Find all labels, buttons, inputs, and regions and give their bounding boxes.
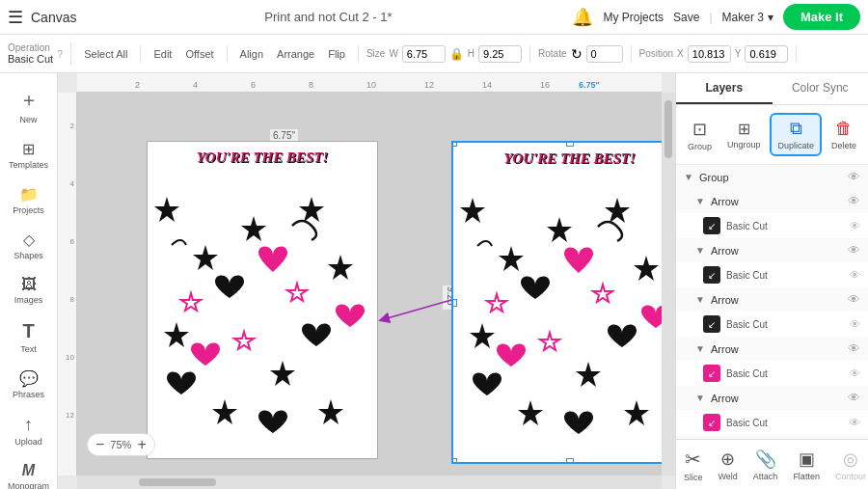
arrow2-eye-icon[interactable]: 👁	[848, 243, 860, 258]
sidebar-item-text[interactable]: T Text	[4, 314, 54, 360]
select-all-button[interactable]: Select All	[79, 45, 132, 63]
canvas-content[interactable]: 6.75" 9.25" YOU'RE THE BEST!	[77, 93, 662, 475]
group-eye-icon[interactable]: 👁	[848, 170, 860, 184]
group-button[interactable]: ⊡ Group	[682, 115, 718, 155]
operation-help-icon[interactable]: ?	[57, 48, 63, 60]
arrow3-eye-icon[interactable]: 👁	[848, 292, 860, 307]
size-h-input[interactable]	[478, 45, 522, 63]
ungroup-button[interactable]: ⊞ Ungroup	[721, 116, 767, 153]
arrow5-child-eye[interactable]: 👁	[850, 417, 860, 428]
zoom-out-button[interactable]: −	[95, 436, 104, 453]
sidebar-item-monogram[interactable]: M Monogram	[4, 456, 54, 489]
arrow1-child-eye[interactable]: 👁	[850, 220, 860, 231]
phrases-icon: 💬	[19, 369, 39, 388]
ruler-mark-v2: 2	[70, 122, 74, 130]
ruler-measure-label: 6.75"	[579, 80, 600, 90]
arrow4-eye-icon[interactable]: 👁	[848, 341, 860, 356]
align-button[interactable]: Align	[235, 45, 268, 63]
my-projects-button[interactable]: My Projects	[603, 11, 664, 24]
layer-arrow3-child[interactable]: ↙ Basic Cut 👁	[676, 312, 868, 337]
flatten-button[interactable]: ▣ Flatten	[785, 445, 827, 485]
sidebar-item-shapes[interactable]: ◇ Shapes	[4, 225, 54, 266]
arrow2-chevron-icon: ▼	[695, 245, 707, 256]
svg-marker-14	[547, 217, 572, 242]
attach-button[interactable]: 📎 Attach	[746, 445, 786, 485]
layer-arrow4-child[interactable]: ↙ Basic Cut 👁	[676, 361, 868, 386]
edit-button[interactable]: Edit	[149, 45, 176, 63]
layer-arrow5-header[interactable]: ▼ Arrow 👁	[676, 386, 868, 410]
ruler-mark-4: 4	[193, 80, 198, 90]
handle-tl[interactable]	[451, 141, 457, 147]
slice-button[interactable]: ✂ Slice	[676, 444, 711, 486]
zoom-controls: − 75% +	[87, 433, 155, 456]
svg-marker-3	[299, 197, 324, 222]
sidebar-item-images[interactable]: 🖼 Images	[4, 270, 54, 311]
arrow1-eye-icon[interactable]: 👁	[848, 194, 860, 208]
handle-bl[interactable]	[451, 458, 457, 464]
layer-arrow4-header[interactable]: ▼ Arrow 👁	[676, 337, 868, 361]
delete-button[interactable]: 🗑 Delete	[826, 115, 862, 154]
tab-layers[interactable]: Layers	[676, 73, 773, 104]
duplicate-button[interactable]: ⧉ Duplicate	[770, 113, 822, 156]
pos-x-label: X	[677, 48, 684, 59]
canvas-area[interactable]: 2 4 6 8 10 12 14 16 6.75" 2 4 6 8 10 12 …	[58, 73, 675, 489]
tab-color-sync[interactable]: Color Sync	[773, 73, 869, 104]
design-card-1[interactable]: YOU'RE THE BEST!	[147, 141, 378, 459]
layer-arrow5-child[interactable]: ↙ Basic Cut 👁	[676, 410, 868, 435]
project-title: Print and not Cut 2 - 1*	[92, 10, 564, 24]
scrollbar-vertical[interactable]	[662, 93, 675, 475]
svg-marker-6	[270, 361, 295, 386]
handle-ml[interactable]	[451, 299, 457, 307]
rotate-input[interactable]	[586, 45, 623, 63]
flip-button[interactable]: Flip	[323, 45, 350, 63]
arrow5-chevron-icon: ▼	[695, 393, 707, 403]
menu-icon[interactable]: ☰	[8, 7, 23, 28]
arrow4-thumb: ↙	[703, 365, 720, 382]
size-w-input[interactable]	[402, 45, 446, 63]
delete-label: Delete	[831, 141, 856, 150]
make-it-button[interactable]: Make It	[783, 4, 860, 30]
scrollbar-horizontal[interactable]	[77, 475, 662, 489]
sidebar-item-templates[interactable]: ⊞ Templates	[4, 134, 54, 176]
top-bar: ☰ Canvas Print and not Cut 2 - 1* 🔔 My P…	[0, 0, 868, 35]
save-button[interactable]: Save	[673, 11, 699, 24]
maker-selector[interactable]: Maker 3 ▾	[722, 11, 773, 24]
weld-button[interactable]: ⊕ Weld	[711, 445, 746, 485]
arrow5-eye-icon[interactable]: 👁	[848, 391, 860, 405]
contour-button[interactable]: ◎ Contour	[827, 445, 868, 485]
arrange-button[interactable]: Arrange	[272, 45, 319, 63]
layer-arrow1-header[interactable]: ▼ Arrow 👁	[676, 189, 868, 213]
handle-bc[interactable]	[566, 458, 574, 464]
main-layout: ＋ New ⊞ Templates 📁 Projects ◇ Shapes 🖼 …	[0, 73, 868, 489]
pos-x-input[interactable]	[688, 45, 731, 63]
layer-arrow3-header[interactable]: ▼ Arrow 👁	[676, 287, 868, 312]
design-card-2[interactable]: YOU'RE THE BEST!	[451, 141, 662, 464]
svg-marker-0	[154, 197, 179, 222]
layers-list: ▼ Group 👁 ▼ Arrow 👁 ↙ Basic Cut 👁 ▼ Arro…	[676, 165, 868, 439]
sidebar-item-projects[interactable]: 📁 Projects	[4, 179, 54, 221]
align-group: Align Arrange Flip	[235, 45, 359, 63]
scrollbar-thumb-h[interactable]	[139, 478, 216, 486]
sidebar-item-phrases[interactable]: 💬 Phrases	[4, 364, 54, 405]
arrow3-name: Arrow	[711, 294, 844, 306]
pos-y-input[interactable]	[745, 45, 788, 63]
handle-tc[interactable]	[566, 141, 574, 147]
layer-arrow1-child[interactable]: ↙ Basic Cut 👁	[676, 213, 868, 238]
arrow2-child-eye[interactable]: 👁	[850, 269, 860, 281]
sidebar-item-upload[interactable]: ↑ Upload	[4, 409, 54, 452]
notifications-icon[interactable]: 🔔	[572, 7, 593, 28]
ungroup-icon: ⊞	[738, 120, 750, 138]
layer-arrow2-child[interactable]: ↙ Basic Cut 👁	[676, 262, 868, 287]
offset-button[interactable]: Offset	[180, 45, 218, 63]
layer-group-header[interactable]: ▼ Group 👁	[676, 165, 868, 189]
sidebar-item-new[interactable]: ＋ New	[4, 81, 54, 130]
group-icon: ⊡	[692, 119, 707, 140]
ruler-top: 2 4 6 8 10 12 14 16 6.75"	[77, 73, 662, 93]
arrow3-child-eye[interactable]: 👁	[850, 318, 860, 330]
layer-arrow2-header[interactable]: ▼ Arrow 👁	[676, 238, 868, 262]
arrow4-child-eye[interactable]: 👁	[850, 367, 860, 379]
operation-value[interactable]: Basic Cut	[8, 53, 53, 65]
scrollbar-thumb-v[interactable]	[665, 100, 672, 158]
zoom-in-button[interactable]: +	[137, 436, 146, 453]
size-h-label: H	[468, 48, 475, 59]
